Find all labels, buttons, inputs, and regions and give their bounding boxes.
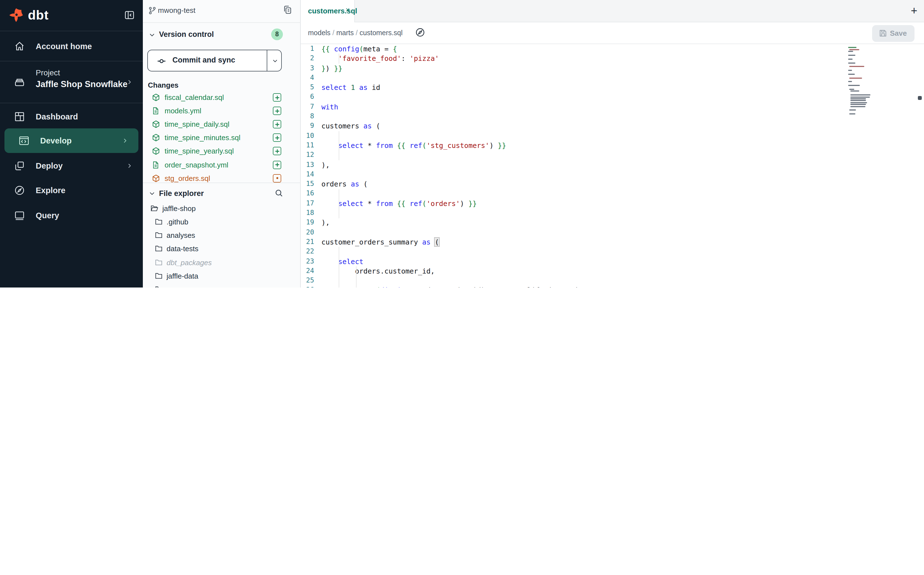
branch-name[interactable]: mwong-test [158, 6, 195, 14]
scrollbar-thumb[interactable] [918, 96, 922, 100]
change-row[interactable]: stg_orders.sql [147, 172, 296, 183]
change-row[interactable]: models.yml [147, 105, 296, 117]
copy-icon[interactable] [283, 5, 292, 14]
code-line-10[interactable]: 10 [301, 131, 924, 141]
code-line-24[interactable]: 24 orders.customer_id, [301, 266, 924, 276]
code-line-3[interactable]: 3}) }} [301, 64, 924, 73]
tree-item-jaffle-data[interactable]: jaffle-data [147, 270, 296, 283]
tree-item-.github[interactable]: .github [147, 216, 296, 228]
folder-icon [154, 231, 163, 239]
sidebar-item-query[interactable]: Query [0, 203, 143, 228]
code-line-25[interactable]: 25 [301, 276, 924, 286]
code-line-2[interactable]: 2 'favorite_food': 'pizza' [301, 54, 924, 64]
sidebar-item-project[interactable]: Project Jaffle Shop Snowflake [0, 61, 143, 103]
code-line-4[interactable]: 4 [301, 73, 924, 83]
sidebar-item-develop[interactable]: Develop [5, 129, 138, 153]
tree-item-macros[interactable]: macros [147, 283, 296, 288]
chevron-down-icon[interactable] [272, 57, 279, 64]
tree-item-label: data-tests [166, 245, 198, 253]
sidebar-item-dashboard[interactable]: Dashboard [0, 105, 143, 129]
folder-icon [154, 258, 163, 266]
code-line-20[interactable]: 20 [301, 227, 924, 237]
code-line-23[interactable]: 23 select [301, 257, 924, 266]
code-line-18[interactable]: 18 [301, 208, 924, 218]
code-line-12[interactable]: 12 [301, 151, 924, 160]
code-line-19[interactable]: 19), [301, 218, 924, 228]
minimap[interactable] [848, 46, 892, 116]
code-line-13[interactable]: 13), [301, 160, 924, 170]
breadcrumb-segment[interactable]: models [308, 29, 331, 37]
line-number: 6 [301, 92, 314, 102]
sidebar-item-explore[interactable]: Explore [0, 178, 143, 203]
chevron-down-icon[interactable] [148, 190, 156, 197]
tab-customers-sql[interactable]: customers.sql × [301, 0, 355, 22]
tree-item-jaffle-shop[interactable]: jaffle-shop [147, 202, 296, 215]
line-number: 16 [301, 189, 314, 199]
tree-item-analyses[interactable]: analyses [147, 229, 296, 242]
close-icon[interactable]: × [346, 6, 350, 14]
code-line-16[interactable]: 16 [301, 189, 924, 199]
code-line-6[interactable]: 6 [301, 92, 924, 102]
line-number: 15 [301, 179, 314, 189]
breadcrumb-bar: models / marts / customers.sql Save [301, 22, 924, 44]
code-line-7[interactable]: 7with [301, 102, 924, 112]
code-line-9[interactable]: 9customers as ( [301, 121, 924, 131]
deploy-icon [13, 160, 26, 172]
code-line-8[interactable]: 8 [301, 112, 924, 121]
indent-guide [339, 247, 339, 288]
version-control-title: Version control [159, 30, 214, 38]
folder-icon [154, 285, 163, 288]
code-line-11[interactable]: 11 select * from {{ ref('stg_customers')… [301, 141, 924, 151]
chevron-right-icon [126, 79, 133, 86]
compass-icon[interactable] [415, 27, 425, 37]
modified-dot-badge[interactable] [273, 174, 281, 182]
new-tab-button[interactable]: + [911, 5, 917, 17]
code-line-17[interactable]: 17 select * from {{ ref('orders') }} [301, 199, 924, 208]
change-row[interactable]: order_snapshot.yml [147, 158, 296, 171]
search-icon[interactable] [274, 189, 284, 198]
breadcrumb-segment[interactable]: marts [336, 29, 354, 37]
code-line-14[interactable]: 14 [301, 170, 924, 179]
line-number: 26 [301, 286, 314, 288]
line-number: 12 [301, 151, 314, 160]
breadcrumb-segment[interactable]: customers.sql [360, 29, 403, 37]
line-number: 19 [301, 218, 314, 228]
code-line-1[interactable]: 1{{ config(meta = { [301, 44, 924, 54]
line-number: 7 [301, 102, 314, 112]
sidebar-collapse-icon[interactable] [123, 9, 136, 21]
stage-plus-button[interactable] [273, 93, 281, 102]
commit-and-sync-button[interactable]: Commit and sync [147, 50, 282, 71]
sidebar-item-deploy[interactable]: Deploy [0, 154, 143, 178]
stage-plus-button[interactable] [273, 147, 281, 156]
code-line-26[interactable]: 26 count(distinct orders.order_id) as co… [301, 286, 924, 288]
tree-item-label: macros [166, 285, 190, 288]
code-line-21[interactable]: 21customer_orders_summary as ( [301, 237, 924, 247]
change-file-name: time_spine_daily.sql [165, 120, 229, 129]
change-row[interactable]: time_spine_minutes.sql [147, 132, 296, 144]
stage-plus-button[interactable] [273, 106, 281, 115]
indent-guide [339, 54, 339, 64]
chevron-down-icon[interactable] [148, 31, 156, 38]
divider [143, 22, 301, 23]
model-cube-icon [152, 120, 160, 129]
code-line-22[interactable]: 22 [301, 247, 924, 257]
tree-item-dbt_packages[interactable]: dbt_packages [147, 256, 296, 269]
save-label: Save [890, 29, 907, 37]
line-number: 3 [301, 64, 314, 73]
stage-plus-button[interactable] [273, 120, 281, 129]
breadcrumb: models / marts / customers.sql [308, 29, 403, 37]
change-row[interactable]: time_spine_yearly.sql [147, 145, 296, 158]
save-button[interactable]: Save [872, 25, 914, 42]
explore-icon [13, 184, 26, 197]
tree-item-label: jaffle-data [166, 272, 198, 280]
tree-item-data-tests[interactable]: data-tests [147, 243, 296, 256]
change-row[interactable]: time_spine_daily.sql [147, 118, 296, 131]
code-line-5[interactable]: 5select 1 as id [301, 83, 924, 92]
stage-plus-button[interactable] [273, 160, 281, 169]
sidebar-item-account-home[interactable]: Account home [0, 32, 143, 61]
stage-plus-button[interactable] [273, 134, 281, 142]
change-file-name: order_snapshot.yml [165, 160, 228, 169]
change-row[interactable]: fiscal_calendar.sql [147, 91, 296, 104]
code-line-15[interactable]: 15orders as ( [301, 179, 924, 189]
code-editor[interactable]: 1{{ config(meta = {2 'favorite_food': 'p… [301, 44, 924, 288]
